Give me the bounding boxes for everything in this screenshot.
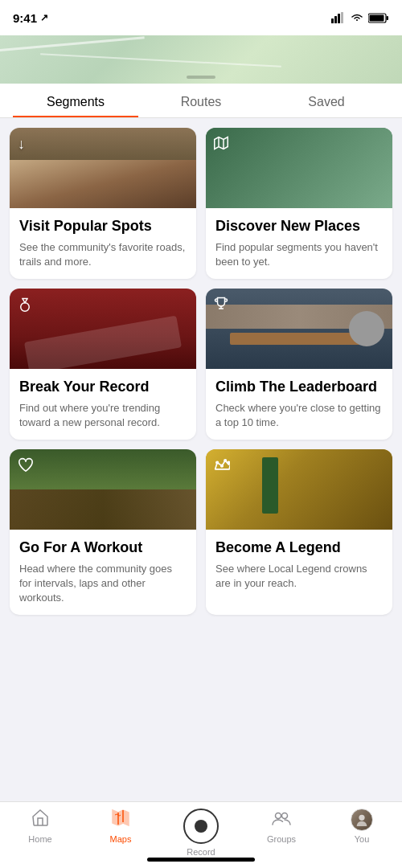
- card-body-visit-popular: Visit Popular Spots See the community's …: [10, 208, 196, 279]
- svg-marker-7: [215, 137, 228, 149]
- card-break-record[interactable]: Break Your Record Find out where you're …: [10, 289, 196, 440]
- card-discover-new[interactable]: Discover New Places Find popular segment…: [206, 128, 392, 279]
- card-image-workout: [10, 449, 196, 530]
- svg-point-10: [21, 303, 30, 312]
- card-title-discover: Discover New Places: [215, 218, 383, 235]
- svg-rect-0: [331, 18, 334, 23]
- card-body-legend: Become A Legend See where Local Legend c…: [206, 530, 392, 600]
- status-icons: [331, 12, 389, 23]
- card-visit-popular[interactable]: ↓ Visit Popular Spots See the community'…: [10, 128, 196, 279]
- tab-maps-label: Maps: [110, 834, 132, 844]
- record-btn-inner: [195, 820, 207, 833]
- card-body-leaderboard: Climb The Leaderboard Check where you're…: [206, 369, 392, 440]
- tab-groups-label: Groups: [267, 834, 296, 844]
- you-avatar: [351, 809, 373, 831]
- svg-point-16: [228, 461, 230, 464]
- card-body-discover: Discover New Places Find popular segment…: [206, 208, 392, 279]
- time-display: 9:41: [13, 11, 37, 25]
- card-title-record: Break Your Record: [19, 379, 187, 396]
- card-title-legend: Become A Legend: [215, 539, 383, 557]
- tab-maps[interactable]: Maps: [80, 809, 161, 844]
- card-desc-legend: See where Local Legend crowns are in you…: [215, 562, 383, 591]
- crown-icon: [214, 457, 230, 476]
- svg-point-14: [221, 465, 224, 467]
- card-image-visit-popular: ↓: [10, 128, 196, 208]
- battery-icon: [368, 13, 389, 23]
- medal-icon: [18, 297, 32, 317]
- svg-rect-6: [370, 14, 384, 21]
- download-icon: ↓: [18, 136, 25, 153]
- svg-point-13: [216, 461, 219, 464]
- svg-rect-1: [334, 16, 337, 23]
- trophy-icon: [214, 297, 228, 315]
- svg-point-19: [359, 815, 364, 821]
- card-title-leaderboard: Climb The Leaderboard: [215, 379, 383, 396]
- svg-rect-2: [338, 14, 340, 23]
- card-desc-visit-popular: See the community's favorite roads, trai…: [19, 240, 187, 269]
- card-image-record: [10, 289, 196, 369]
- card-title-workout: Go For A Workout: [19, 539, 187, 557]
- status-time: 9:41 ↗: [13, 11, 48, 25]
- card-workout[interactable]: Go For A Workout Head where the communit…: [10, 449, 196, 615]
- card-leaderboard[interactable]: Climb The Leaderboard Check where you're…: [206, 289, 392, 440]
- status-bar: 9:41 ↗: [0, 0, 402, 35]
- svg-point-15: [224, 460, 227, 462]
- tab-home[interactable]: Home: [0, 809, 80, 844]
- svg-point-18: [282, 813, 288, 819]
- profile-circle: [349, 311, 384, 346]
- cards-grid: ↓ Visit Popular Spots See the community'…: [10, 128, 392, 615]
- drag-handle[interactable]: [187, 76, 215, 79]
- groups-icon: [271, 809, 292, 831]
- tab-groups[interactable]: Groups: [241, 809, 322, 844]
- card-body-workout: Go For A Workout Head where the communit…: [10, 530, 196, 615]
- card-image-legend: [206, 449, 392, 530]
- location-arrow-icon: ↗: [40, 12, 48, 23]
- tab-segments[interactable]: Segments: [13, 84, 138, 117]
- card-desc-discover: Find popular segments you haven't been t…: [215, 240, 383, 269]
- card-image-leaderboard: [206, 289, 392, 369]
- svg-rect-3: [341, 12, 343, 23]
- card-body-record: Break Your Record Find out where you're …: [10, 369, 196, 440]
- tab-record-label: Record: [187, 847, 215, 857]
- home-icon: [31, 809, 50, 831]
- card-legend[interactable]: Become A Legend See where Local Legend c…: [206, 449, 392, 615]
- map-strip: [0, 35, 402, 84]
- tab-you-label: You: [355, 834, 370, 844]
- heart-icon: [18, 457, 34, 476]
- tab-record[interactable]: Record: [161, 809, 241, 857]
- map-icon: [214, 136, 228, 154]
- wifi-icon: [351, 13, 363, 23]
- home-indicator: [147, 858, 255, 862]
- tab-routes[interactable]: Routes: [138, 84, 264, 117]
- record-icon[interactable]: [183, 809, 219, 844]
- card-image-discover: [206, 128, 392, 208]
- maps-icon: [110, 809, 131, 831]
- main-content: ↓ Visit Popular Spots See the community'…: [0, 118, 402, 687]
- card-desc-workout: Head where the community goes for interv…: [19, 562, 187, 606]
- tab-you[interactable]: You: [322, 809, 402, 844]
- signal-icon: [331, 12, 346, 23]
- svg-point-17: [276, 813, 281, 819]
- card-desc-leaderboard: Check where you're close to getting a to…: [215, 401, 383, 430]
- tab-saved[interactable]: Saved: [264, 84, 389, 117]
- svg-rect-5: [387, 16, 389, 20]
- tab-navigation: Segments Routes Saved: [0, 84, 402, 118]
- card-title-visit-popular: Visit Popular Spots: [19, 218, 187, 235]
- card-desc-record: Find out where you're trending toward a …: [19, 401, 187, 430]
- tab-home-label: Home: [28, 834, 51, 844]
